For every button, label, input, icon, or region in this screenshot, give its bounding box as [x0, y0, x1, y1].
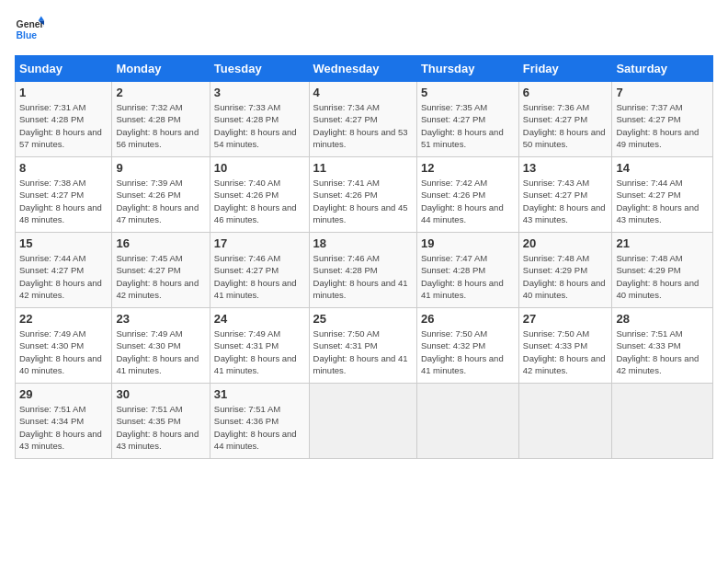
calendar-cell: 10 Sunrise: 7:40 AM Sunset: 4:26 PM Dayl…	[210, 157, 309, 233]
day-number: 14	[616, 161, 709, 175]
calendar-cell	[309, 384, 416, 459]
svg-text:Blue: Blue	[17, 30, 38, 40]
calendar-cell: 14 Sunrise: 7:44 AM Sunset: 4:27 PM Dayl…	[612, 157, 713, 233]
calendar-cell: 21 Sunrise: 7:48 AM Sunset: 4:29 PM Dayl…	[612, 233, 713, 308]
calendar-week-row: 15 Sunrise: 7:44 AM Sunset: 4:27 PM Dayl…	[16, 233, 713, 308]
day-number: 18	[313, 236, 413, 250]
day-number: 6	[523, 86, 609, 99]
weekday-header-tuesday: Tuesday	[210, 56, 309, 82]
day-info: Sunrise: 7:51 AM Sunset: 4:33 PM Dayligh…	[616, 327, 709, 376]
calendar-cell: 11 Sunrise: 7:41 AM Sunset: 4:26 PM Dayl…	[309, 157, 416, 233]
calendar-cell: 17 Sunrise: 7:46 AM Sunset: 4:27 PM Dayl…	[210, 233, 309, 308]
day-number: 1	[19, 86, 108, 99]
calendar-cell: 9 Sunrise: 7:39 AM Sunset: 4:26 PM Dayli…	[112, 157, 210, 233]
calendar-cell: 22 Sunrise: 7:49 AM Sunset: 4:30 PM Dayl…	[16, 308, 112, 384]
day-number: 21	[616, 236, 709, 250]
calendar-cell	[416, 384, 518, 459]
calendar-cell: 16 Sunrise: 7:45 AM Sunset: 4:27 PM Dayl…	[112, 233, 210, 308]
calendar-cell	[612, 384, 713, 459]
day-info: Sunrise: 7:50 AM Sunset: 4:31 PM Dayligh…	[313, 327, 413, 376]
svg-marker-2	[39, 17, 44, 21]
calendar-week-row: 1 Sunrise: 7:31 AM Sunset: 4:28 PM Dayli…	[16, 82, 713, 157]
day-number: 26	[421, 312, 515, 326]
logo: General Blue	[15, 15, 44, 44]
day-info: Sunrise: 7:45 AM Sunset: 4:27 PM Dayligh…	[116, 252, 205, 301]
calendar-cell: 1 Sunrise: 7:31 AM Sunset: 4:28 PM Dayli…	[16, 82, 112, 157]
calendar-week-row: 29 Sunrise: 7:51 AM Sunset: 4:34 PM Dayl…	[16, 384, 713, 459]
calendar-cell: 24 Sunrise: 7:49 AM Sunset: 4:31 PM Dayl…	[210, 308, 309, 384]
calendar-cell: 31 Sunrise: 7:51 AM Sunset: 4:36 PM Dayl…	[210, 384, 309, 459]
day-info: Sunrise: 7:37 AM Sunset: 4:27 PM Dayligh…	[616, 101, 709, 150]
day-number: 27	[523, 312, 609, 326]
day-info: Sunrise: 7:49 AM Sunset: 4:30 PM Dayligh…	[19, 327, 108, 376]
day-info: Sunrise: 7:51 AM Sunset: 4:35 PM Dayligh…	[116, 403, 205, 452]
calendar-cell: 7 Sunrise: 7:37 AM Sunset: 4:27 PM Dayli…	[612, 82, 713, 157]
weekday-header-row: SundayMondayTuesdayWednesdayThursdayFrid…	[16, 56, 713, 82]
day-number: 20	[523, 236, 609, 250]
calendar-cell: 23 Sunrise: 7:49 AM Sunset: 4:30 PM Dayl…	[112, 308, 210, 384]
calendar-table: SundayMondayTuesdayWednesdayThursdayFrid…	[15, 55, 713, 459]
day-info: Sunrise: 7:35 AM Sunset: 4:27 PM Dayligh…	[421, 101, 515, 150]
day-info: Sunrise: 7:38 AM Sunset: 4:27 PM Dayligh…	[19, 177, 108, 225]
day-info: Sunrise: 7:50 AM Sunset: 4:33 PM Dayligh…	[523, 327, 609, 376]
day-info: Sunrise: 7:46 AM Sunset: 4:28 PM Dayligh…	[313, 252, 413, 301]
day-number: 11	[313, 161, 413, 175]
calendar-cell: 27 Sunrise: 7:50 AM Sunset: 4:33 PM Dayl…	[518, 308, 612, 384]
day-number: 2	[116, 86, 205, 99]
day-number: 3	[214, 86, 305, 99]
calendar-cell: 5 Sunrise: 7:35 AM Sunset: 4:27 PM Dayli…	[416, 82, 518, 157]
calendar-cell	[518, 384, 612, 459]
day-number: 12	[421, 161, 515, 175]
calendar-cell: 2 Sunrise: 7:32 AM Sunset: 4:28 PM Dayli…	[112, 82, 210, 157]
calendar-cell: 19 Sunrise: 7:47 AM Sunset: 4:28 PM Dayl…	[416, 233, 518, 308]
weekday-header-saturday: Saturday	[612, 56, 713, 82]
day-number: 16	[116, 236, 205, 250]
day-number: 28	[616, 312, 709, 326]
calendar-week-row: 22 Sunrise: 7:49 AM Sunset: 4:30 PM Dayl…	[16, 308, 713, 384]
logo-icon: General Blue	[15, 15, 44, 44]
day-number: 31	[214, 387, 305, 401]
weekday-header-wednesday: Wednesday	[309, 56, 416, 82]
calendar-cell: 25 Sunrise: 7:50 AM Sunset: 4:31 PM Dayl…	[309, 308, 416, 384]
weekday-header-friday: Friday	[518, 56, 612, 82]
day-info: Sunrise: 7:48 AM Sunset: 4:29 PM Dayligh…	[523, 252, 609, 301]
day-info: Sunrise: 7:47 AM Sunset: 4:28 PM Dayligh…	[421, 252, 515, 301]
day-number: 24	[214, 312, 305, 326]
day-info: Sunrise: 7:44 AM Sunset: 4:27 PM Dayligh…	[616, 177, 709, 225]
calendar-cell: 26 Sunrise: 7:50 AM Sunset: 4:32 PM Dayl…	[416, 308, 518, 384]
day-info: Sunrise: 7:32 AM Sunset: 4:28 PM Dayligh…	[116, 101, 205, 150]
day-number: 9	[116, 161, 205, 175]
day-number: 7	[616, 86, 709, 99]
day-number: 23	[116, 312, 205, 326]
calendar-cell: 12 Sunrise: 7:42 AM Sunset: 4:26 PM Dayl…	[416, 157, 518, 233]
day-info: Sunrise: 7:42 AM Sunset: 4:26 PM Dayligh…	[421, 177, 515, 225]
day-info: Sunrise: 7:39 AM Sunset: 4:26 PM Dayligh…	[116, 177, 205, 225]
day-info: Sunrise: 7:43 AM Sunset: 4:27 PM Dayligh…	[523, 177, 609, 225]
day-info: Sunrise: 7:41 AM Sunset: 4:26 PM Dayligh…	[313, 177, 413, 225]
day-number: 4	[313, 86, 413, 99]
day-number: 15	[19, 236, 108, 250]
day-info: Sunrise: 7:46 AM Sunset: 4:27 PM Dayligh…	[214, 252, 305, 301]
day-info: Sunrise: 7:34 AM Sunset: 4:27 PM Dayligh…	[313, 101, 413, 150]
day-info: Sunrise: 7:36 AM Sunset: 4:27 PM Dayligh…	[523, 101, 609, 150]
day-info: Sunrise: 7:40 AM Sunset: 4:26 PM Dayligh…	[214, 177, 305, 225]
day-number: 17	[214, 236, 305, 250]
day-info: Sunrise: 7:49 AM Sunset: 4:31 PM Dayligh…	[214, 327, 305, 376]
day-info: Sunrise: 7:31 AM Sunset: 4:28 PM Dayligh…	[19, 101, 108, 150]
day-number: 25	[313, 312, 413, 326]
weekday-header-monday: Monday	[112, 56, 210, 82]
calendar-cell: 20 Sunrise: 7:48 AM Sunset: 4:29 PM Dayl…	[518, 233, 612, 308]
calendar-cell: 15 Sunrise: 7:44 AM Sunset: 4:27 PM Dayl…	[16, 233, 112, 308]
day-number: 19	[421, 236, 515, 250]
calendar-cell: 13 Sunrise: 7:43 AM Sunset: 4:27 PM Dayl…	[518, 157, 612, 233]
page-header: General Blue	[15, 15, 713, 44]
day-number: 29	[19, 387, 108, 401]
day-number: 10	[214, 161, 305, 175]
day-info: Sunrise: 7:50 AM Sunset: 4:32 PM Dayligh…	[421, 327, 515, 376]
calendar-cell: 28 Sunrise: 7:51 AM Sunset: 4:33 PM Dayl…	[612, 308, 713, 384]
day-number: 30	[116, 387, 205, 401]
day-number: 22	[19, 312, 108, 326]
calendar-cell: 4 Sunrise: 7:34 AM Sunset: 4:27 PM Dayli…	[309, 82, 416, 157]
day-info: Sunrise: 7:33 AM Sunset: 4:28 PM Dayligh…	[214, 101, 305, 150]
day-number: 5	[421, 86, 515, 99]
